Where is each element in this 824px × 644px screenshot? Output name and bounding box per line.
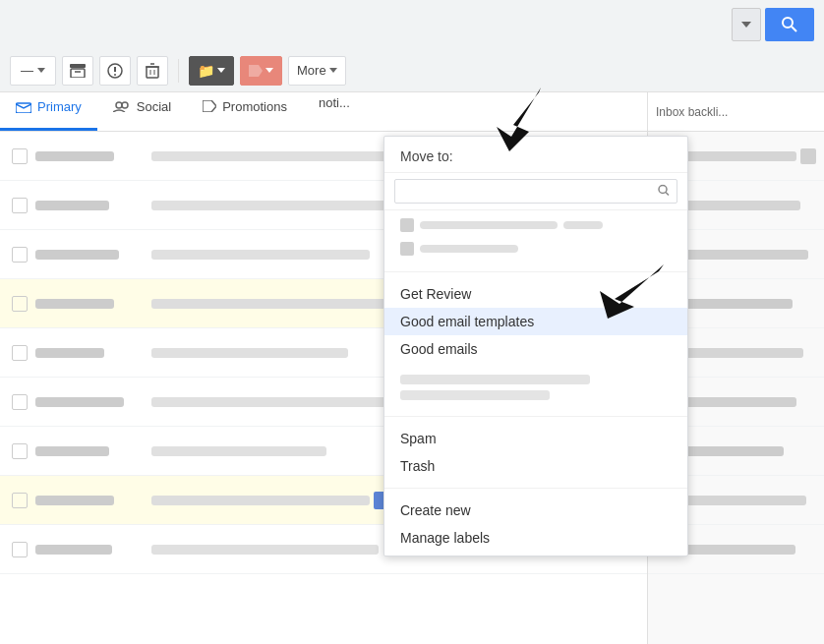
move-to-dropdown: Move to: bbox=[383, 136, 688, 556]
dropdown-item-good-emails[interactable]: Good emails bbox=[384, 335, 687, 363]
row-checkbox[interactable] bbox=[12, 198, 28, 213]
move-to-search-icon bbox=[658, 184, 670, 199]
sender-cell bbox=[35, 151, 144, 161]
move-to-search-container bbox=[384, 173, 687, 210]
move-to-chevron-icon bbox=[217, 68, 225, 73]
blurred-items-top bbox=[384, 210, 687, 267]
more-chevron-icon bbox=[329, 68, 337, 73]
sender-cell bbox=[35, 348, 144, 358]
dropdown-item-trash-label: Trash bbox=[400, 458, 435, 474]
blurred-items-middle bbox=[384, 367, 687, 412]
blurred-item-row bbox=[400, 218, 672, 232]
svg-point-7 bbox=[114, 74, 116, 76]
tab-social-label: Social bbox=[137, 99, 171, 114]
svg-rect-8 bbox=[147, 67, 158, 78]
labels-chevron-icon bbox=[265, 68, 273, 73]
sender-cell bbox=[35, 496, 144, 505]
main-area: Primary Social Promotions noti... bbox=[0, 92, 824, 644]
inbox-icon bbox=[16, 99, 31, 113]
svg-point-15 bbox=[122, 102, 128, 108]
more-label: More bbox=[297, 63, 326, 78]
move-to-button[interactable]: 📁 bbox=[189, 56, 234, 86]
spam-icon bbox=[107, 63, 123, 79]
labels-button[interactable] bbox=[240, 56, 282, 86]
sender-cell bbox=[35, 397, 144, 407]
blurred-item-row bbox=[400, 242, 672, 256]
archive-button[interactable] bbox=[62, 56, 93, 86]
tab-promotions-label: Promotions bbox=[222, 99, 287, 114]
dropdown-manage-section: Create new Manage labels bbox=[384, 493, 687, 556]
dropdown-item-spam[interactable]: Spam bbox=[384, 425, 687, 452]
toolbar-separator bbox=[178, 59, 179, 83]
move-to-search-input[interactable] bbox=[394, 179, 677, 204]
dropdown-item-get-review-label: Get Review bbox=[400, 286, 471, 302]
dropdown-item-spam-label: Spam bbox=[400, 431, 437, 446]
dropdown-bottom-section: Spam Trash bbox=[384, 421, 687, 484]
row-checkbox[interactable] bbox=[12, 148, 28, 164]
more-button[interactable]: More bbox=[288, 56, 346, 86]
row-checkbox[interactable] bbox=[12, 247, 28, 263]
dropdown-item-good-emails-label: Good emails bbox=[400, 341, 478, 357]
tab-primary-label: Primary bbox=[37, 99, 82, 114]
tab-primary[interactable]: Primary bbox=[0, 92, 97, 131]
dropdown-item-manage-labels-label: Manage labels bbox=[400, 530, 490, 546]
sender-cell bbox=[35, 250, 144, 260]
inbox-tabs: Primary Social Promotions noti... bbox=[0, 92, 647, 132]
dropdown-item-good-email-templates[interactable]: Good email templates bbox=[384, 308, 687, 335]
svg-rect-3 bbox=[71, 69, 85, 78]
dropdown-item-manage-labels[interactable]: Manage labels bbox=[384, 524, 687, 552]
social-icon bbox=[113, 100, 131, 112]
row-checkbox[interactable] bbox=[12, 296, 28, 312]
dropdown-item-create-new-label: Create new bbox=[400, 502, 471, 518]
select-button[interactable]: — bbox=[10, 56, 56, 86]
spam-button[interactable] bbox=[99, 56, 131, 86]
search-button[interactable] bbox=[765, 8, 814, 41]
select-label: — bbox=[21, 63, 33, 78]
row-checkbox[interactable] bbox=[12, 443, 28, 459]
select-chevron-icon bbox=[37, 68, 45, 73]
move-to-label: Move to: bbox=[400, 148, 453, 164]
tab-social[interactable]: Social bbox=[97, 92, 187, 131]
svg-line-17 bbox=[666, 192, 669, 195]
row-checkbox[interactable] bbox=[12, 493, 28, 508]
sender-cell bbox=[35, 545, 144, 555]
sidebar-tab-label: Inbox backli... bbox=[656, 105, 728, 119]
sender-cell bbox=[35, 201, 144, 210]
row-checkbox[interactable] bbox=[12, 542, 28, 557]
row-checkbox[interactable] bbox=[12, 345, 28, 361]
svg-point-16 bbox=[659, 185, 667, 193]
dropdown-divider-2 bbox=[384, 416, 687, 417]
tab-notifications[interactable]: noti... bbox=[303, 92, 366, 131]
delete-button[interactable] bbox=[137, 56, 168, 86]
row-checkbox[interactable] bbox=[12, 394, 28, 410]
trash-icon bbox=[146, 63, 159, 79]
dropdown-divider bbox=[384, 271, 687, 272]
chevron-down-icon bbox=[741, 22, 751, 28]
sender-cell bbox=[35, 299, 144, 309]
sidebar-tab-header: Inbox backli... bbox=[648, 92, 824, 132]
sender-cell bbox=[35, 446, 144, 456]
move-to-header: Move to: bbox=[384, 137, 687, 173]
archive-icon bbox=[70, 64, 86, 78]
search-dropdown-button[interactable] bbox=[732, 8, 761, 41]
tab-notifications-label: noti... bbox=[319, 95, 350, 118]
promotions-icon bbox=[203, 100, 216, 112]
svg-rect-2 bbox=[70, 64, 86, 68]
folder-icon: 📁 bbox=[198, 63, 214, 79]
dropdown-item-trash[interactable]: Trash bbox=[384, 452, 687, 480]
search-icon bbox=[781, 16, 798, 33]
toolbar: — 📁 bbox=[0, 49, 824, 92]
dropdown-item-get-review[interactable]: Get Review bbox=[384, 280, 687, 308]
tab-promotions[interactable]: Promotions bbox=[187, 92, 303, 131]
dropdown-item-create-new[interactable]: Create new bbox=[384, 497, 687, 524]
svg-point-0 bbox=[783, 18, 793, 28]
top-bar bbox=[0, 0, 824, 49]
dropdown-item-good-email-templates-label: Good email templates bbox=[400, 314, 534, 329]
svg-line-1 bbox=[792, 27, 796, 31]
dropdown-items-section: Get Review Good email templates Good ema… bbox=[384, 276, 687, 367]
dropdown-divider-3 bbox=[384, 488, 687, 489]
label-icon bbox=[249, 65, 263, 77]
svg-point-14 bbox=[116, 102, 122, 108]
